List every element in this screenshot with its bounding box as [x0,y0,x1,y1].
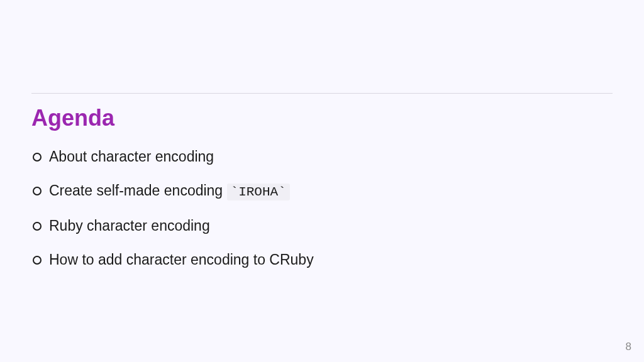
list-item-text: How to add character encoding to CRuby [49,251,314,268]
code-snippet: `IROHA` [227,184,290,200]
list-item-text: Create self-made encoding [49,182,227,199]
list-item: About character encoding [49,146,613,167]
agenda-list: About character encoding Create self-mad… [31,146,613,270]
list-item: Ruby character encoding [49,216,613,236]
list-item-text: Ruby character encoding [49,217,210,234]
list-item: How to add character encoding to CRuby [49,250,613,270]
list-item-text: About character encoding [49,148,214,165]
divider [31,93,613,94]
slide-heading: Agenda [31,105,613,131]
page-number: 8 [626,341,631,353]
list-item: Create self-made encoding `IROHA` [49,180,613,201]
